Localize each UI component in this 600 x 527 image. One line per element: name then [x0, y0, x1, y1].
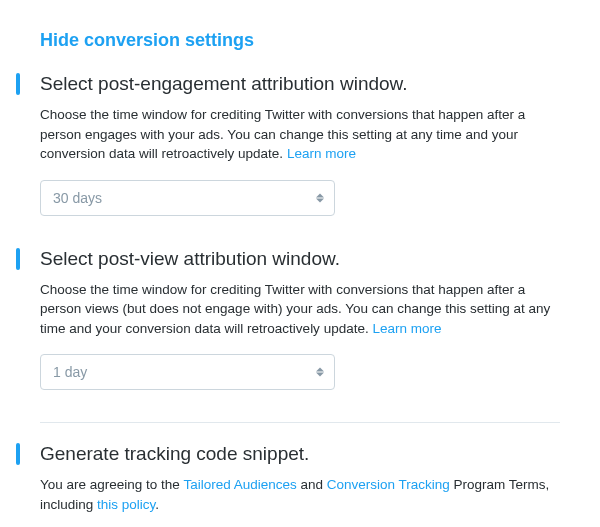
post-engagement-desc: Choose the time window for crediting Twi…: [40, 105, 560, 164]
learn-more-link[interactable]: Learn more: [372, 321, 441, 336]
learn-more-link[interactable]: Learn more: [287, 146, 356, 161]
post-engagement-select[interactable]: 30 days: [40, 180, 335, 216]
section-marker-icon: [16, 248, 20, 270]
select-stepper-icon: [316, 193, 324, 202]
section-marker-icon: [16, 443, 20, 465]
this-policy-link[interactable]: this policy: [97, 497, 155, 512]
post-view-title: Select post-view attribution window.: [40, 248, 560, 270]
tailored-audiences-link[interactable]: Tailored Audiences: [183, 477, 296, 492]
hide-conversion-settings-link[interactable]: Hide conversion settings: [40, 30, 560, 51]
generate-title: Generate tracking code snippet.: [40, 443, 560, 465]
post-engagement-title: Select post-engagement attribution windo…: [40, 73, 560, 95]
agree-pre-text: You are agreeing to the: [40, 477, 183, 492]
select-stepper-icon: [316, 368, 324, 377]
divider: [40, 422, 560, 423]
suffix-text: .: [155, 497, 159, 512]
post-engagement-section: Select post-engagement attribution windo…: [40, 73, 560, 216]
post-view-section: Select post-view attribution window. Cho…: [40, 248, 560, 391]
post-view-desc: Choose the time window for crediting Twi…: [40, 280, 560, 339]
section-marker-icon: [16, 73, 20, 95]
generate-desc: You are agreeing to the Tailored Audienc…: [40, 475, 560, 514]
post-view-desc-text: Choose the time window for crediting Twi…: [40, 282, 550, 336]
post-view-select-value: 1 day: [53, 364, 87, 380]
mid1-text: and: [297, 477, 327, 492]
generate-section: Generate tracking code snippet. You are …: [40, 443, 560, 527]
conversion-tracking-link[interactable]: Conversion Tracking: [327, 477, 450, 492]
post-engagement-select-value: 30 days: [53, 190, 102, 206]
post-engagement-desc-text: Choose the time window for crediting Twi…: [40, 107, 525, 161]
post-view-select[interactable]: 1 day: [40, 354, 335, 390]
